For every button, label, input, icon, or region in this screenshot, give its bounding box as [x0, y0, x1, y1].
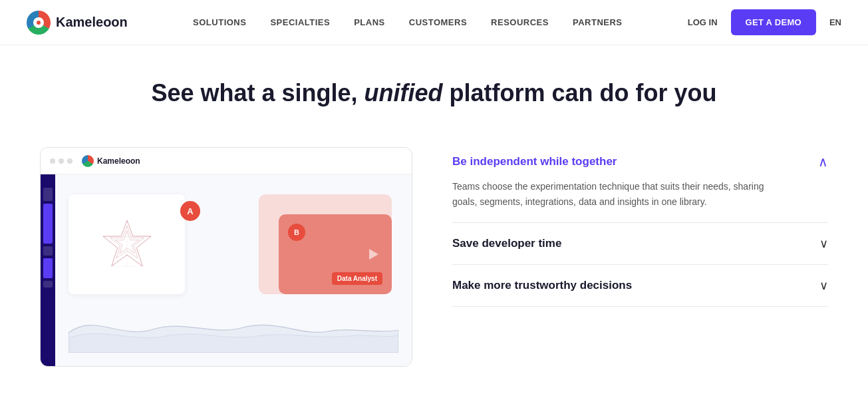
badge-b: B: [288, 224, 305, 241]
accordion-title-2: Save developer time: [452, 237, 561, 250]
screenshot-panel: Kameleoon: [40, 147, 412, 367]
chevron-down-icon-3: ∨: [819, 278, 828, 293]
nav-link-solutions[interactable]: SOLUTIONS: [193, 17, 246, 27]
headline-em: unified: [364, 79, 443, 106]
accordion-item-1: Be independent while together ∧ Teams ch…: [452, 154, 828, 223]
sidebar-bar-2: [43, 204, 53, 244]
screenshot-logo-icon: [82, 155, 94, 167]
sidebar-bar-1: [43, 188, 53, 201]
chevron-up-icon: ∧: [818, 154, 828, 170]
screenshot-sidebar: [41, 174, 55, 366]
screenshot-logo: Kameleoon: [82, 155, 140, 167]
nav-link-resources[interactable]: RESOURCES: [491, 17, 549, 27]
accordion-item-3: Make more trustworthy decisions ∨: [452, 265, 828, 307]
logo[interactable]: Kameleoon: [27, 11, 128, 35]
svg-line-7: [111, 236, 150, 266]
play-icon: [369, 249, 378, 260]
language-selector[interactable]: EN: [829, 17, 841, 27]
screenshot-body: A B Data Analyst: [41, 174, 412, 366]
headline-start: See what a single,: [151, 79, 364, 106]
logo-text: Kameleoon: [56, 15, 128, 30]
accordion-body-1: Teams choose the experimentation techniq…: [452, 179, 785, 209]
screenshot-main-area: A B Data Analyst: [55, 174, 412, 366]
accordion-title-1: Be independent while together: [452, 155, 617, 168]
wireframe-card: [69, 194, 185, 294]
accordion-panel: Be independent while together ∧ Teams ch…: [452, 147, 828, 307]
sidebar-bar-3: [43, 246, 53, 256]
nav-link-specialties[interactable]: SPECIALTIES: [270, 17, 330, 27]
ab-test-area: A B Data Analyst: [69, 188, 398, 353]
data-analyst-badge: Data Analyst: [332, 272, 382, 285]
accordion-title-3: Make more trustworthy decisions: [452, 279, 632, 292]
wave-chart: [69, 300, 398, 353]
navbar: Kameleoon SOLUTIONS SPECIALTIES PLANS CU…: [0, 0, 868, 45]
topbar-dot-3: [67, 158, 72, 164]
accordion-header-3[interactable]: Make more trustworthy decisions ∨: [452, 278, 828, 293]
topbar-dot-2: [59, 158, 64, 164]
main-content: Kameleoon: [0, 134, 868, 393]
accordion-item-2: Save developer time ∨: [452, 223, 828, 265]
nav-link-plans[interactable]: PLANS: [354, 17, 385, 27]
nav-link-customers[interactable]: CUSTOMERS: [409, 17, 467, 27]
topbar-dot-1: [50, 158, 55, 164]
topbar-dots: [50, 158, 72, 164]
sidebar-bar-4: [43, 258, 53, 278]
chevron-down-icon-2: ∨: [819, 236, 828, 251]
nav-links: SOLUTIONS SPECIALTIES PLANS CUSTOMERS RE…: [193, 17, 622, 27]
headline-end: platform can do for you: [443, 79, 717, 106]
svg-line-6: [103, 236, 142, 266]
sidebar-bar-5: [43, 281, 53, 288]
accordion-header-1[interactable]: Be independent while together ∧: [452, 154, 828, 170]
screenshot-logo-text: Kameleoon: [97, 156, 140, 166]
nav-right: LOG IN GET A DEMO EN: [688, 9, 841, 35]
login-button[interactable]: LOG IN: [688, 17, 718, 27]
badge-a: A: [180, 201, 200, 221]
accordion-header-2[interactable]: Save developer time ∨: [452, 236, 828, 251]
ab-variant-b-area: B Data Analyst: [259, 194, 392, 294]
get-demo-button[interactable]: GET A DEMO: [731, 9, 816, 35]
logo-icon: [27, 11, 51, 35]
screenshot-topbar: Kameleoon: [41, 148, 412, 174]
star-graphic: [100, 218, 154, 271]
nav-link-partners[interactable]: PARTNERS: [573, 17, 623, 27]
hero-headline: See what a single, unified platform can …: [27, 79, 841, 107]
variant-b-card: B Data Analyst: [279, 214, 392, 294]
hero-section: See what a single, unified platform can …: [0, 45, 868, 134]
